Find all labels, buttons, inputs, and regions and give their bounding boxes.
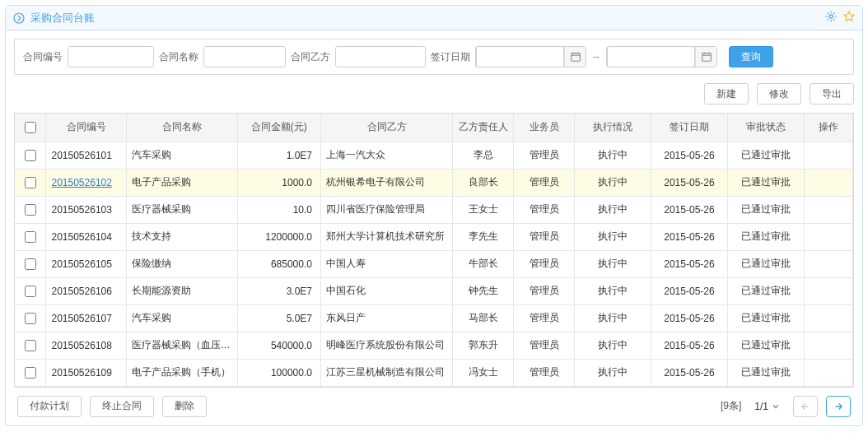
export-button[interactable]: 导出 xyxy=(810,83,854,105)
footer-bar: 付款计划 终止合同 删除 [9条] 1/1 xyxy=(14,388,854,420)
next-page-button[interactable] xyxy=(826,396,851,417)
cell-salesman: 管理员 xyxy=(514,250,575,277)
cell-approvestatus: 已通过审批 xyxy=(727,169,804,196)
cell-contractname: 电子产品采购 xyxy=(126,169,237,196)
row-checkbox[interactable] xyxy=(25,286,36,297)
cell-signdate: 2015-05-26 xyxy=(651,277,728,304)
table-row[interactable]: 20150526102电子产品采购1000.0杭州银希电子有限公司良部长管理员执… xyxy=(15,169,853,196)
row-checkbox[interactable] xyxy=(25,150,36,161)
cell-checkbox xyxy=(15,277,46,304)
table-row[interactable]: 20150526106长期能源资助3.0E7中国石化钟先生管理员执行中2015-… xyxy=(15,277,853,304)
cell-signdate: 2015-05-26 xyxy=(651,332,728,359)
new-button[interactable]: 新建 xyxy=(704,83,749,105)
cell-ops xyxy=(804,142,852,169)
cell-approvestatus: 已通过审批 xyxy=(727,304,804,332)
table-row[interactable]: 20150526103医疗器械采购10.0四川省医疗保险管理局王女士管理员执行中… xyxy=(15,196,853,223)
filter-date-from-input[interactable] xyxy=(476,46,564,67)
cell-checkbox xyxy=(15,223,46,250)
cell-amount: 540000.0 xyxy=(237,332,320,359)
cell-salesman: 管理员 xyxy=(514,332,575,359)
cell-salesman: 管理员 xyxy=(514,169,575,196)
cell-signdate: 2015-05-26 xyxy=(651,169,728,196)
table-row[interactable]: 20150526105保险缴纳685000.0中国人寿牛部长管理员执行中2015… xyxy=(15,250,853,277)
cell-signdate: 2015-05-26 xyxy=(651,304,728,332)
cell-partyb: 中国人寿 xyxy=(320,250,452,277)
row-checkbox[interactable] xyxy=(25,258,36,270)
cell-approvestatus: 已通过审批 xyxy=(727,196,804,223)
filter-date-to-input[interactable] xyxy=(607,46,695,67)
gear-icon[interactable] xyxy=(824,10,838,26)
table-row[interactable]: 20150526108医疗器械采购（血压计）540000.0明峰医疗系统股份有限… xyxy=(15,332,853,359)
cell-partybresp: 郭东升 xyxy=(453,332,514,359)
svg-rect-2 xyxy=(571,53,580,62)
table-row[interactable]: 20150526104技术支持1200000.0郑州大学计算机技术研究所李先生管… xyxy=(15,223,853,250)
cell-partyb: 明峰医疗系统股份有限公司 xyxy=(320,332,452,359)
table-row[interactable]: 20150526101汽车采购1.0E7上海一汽大众李总管理员执行中2015-0… xyxy=(15,142,853,169)
cell-approvestatus: 已通过审批 xyxy=(727,359,804,386)
page-title: 采购合同台账 xyxy=(30,11,95,26)
cell-amount: 1000.0 xyxy=(237,169,320,196)
panel-body: 合同编号 合同名称 合同乙方 签订日期 -- 查询 xyxy=(6,30,862,425)
cell-amount: 1200000.0 xyxy=(237,223,320,250)
contract-link[interactable]: 20150526102 xyxy=(51,177,111,188)
cell-execstatus: 执行中 xyxy=(575,223,651,250)
row-checkbox[interactable] xyxy=(25,313,36,324)
action-toolbar: 新建 修改 导出 xyxy=(14,83,854,105)
cell-partyb: 江苏三星机械制造有限公司 xyxy=(320,359,452,386)
cell-approvestatus: 已通过审批 xyxy=(727,250,804,277)
cell-salesman: 管理员 xyxy=(514,223,575,250)
edit-button[interactable]: 修改 xyxy=(757,83,801,105)
record-count: [9条] xyxy=(721,399,741,413)
cell-salesman: 管理员 xyxy=(514,277,575,304)
cell-partybresp: 钟先生 xyxy=(453,277,514,304)
filter-contractno-input[interactable] xyxy=(68,46,154,67)
delete-button[interactable]: 删除 xyxy=(162,396,207,417)
filter-date-to xyxy=(606,46,717,67)
payment-plan-button[interactable]: 付款计划 xyxy=(17,396,82,417)
cell-contractname: 电子产品采购（手机） xyxy=(126,359,237,386)
filter-partyb-input[interactable] xyxy=(335,46,426,67)
cell-signdate: 2015-05-26 xyxy=(651,196,728,223)
table-row[interactable]: 20150526109电子产品采购（手机）100000.0江苏三星机械制造有限公… xyxy=(15,359,853,386)
cell-contractno: 20150526109 xyxy=(46,359,126,386)
cell-contractno: 20150526108 xyxy=(46,332,126,359)
filter-contractname-label: 合同名称 xyxy=(159,50,198,64)
cell-ops xyxy=(804,169,852,196)
cell-salesman: 管理员 xyxy=(514,359,575,386)
cell-ops xyxy=(804,223,852,250)
col-checkbox xyxy=(15,114,46,142)
row-checkbox[interactable] xyxy=(25,367,36,379)
table-row[interactable]: 20150526107汽车采购5.0E7东风日产马部长管理员执行中2015-05… xyxy=(15,304,853,332)
terminate-button[interactable]: 终止合同 xyxy=(90,396,154,417)
cell-partybresp: 王女士 xyxy=(453,196,514,223)
col-contractno: 合同编号 xyxy=(46,114,126,142)
query-button[interactable]: 查询 xyxy=(729,46,773,67)
cell-checkbox xyxy=(15,332,46,359)
calendar-icon[interactable] xyxy=(695,47,716,67)
cell-execstatus: 执行中 xyxy=(575,332,651,359)
prev-page-button[interactable] xyxy=(793,396,818,417)
cell-partyb: 郑州大学计算机技术研究所 xyxy=(320,223,452,250)
col-execstatus: 执行情况 xyxy=(575,114,651,142)
row-checkbox[interactable] xyxy=(25,231,36,243)
cell-ops xyxy=(804,304,852,332)
page-selector[interactable]: 1/1 xyxy=(749,397,785,416)
filter-contractname-input[interactable] xyxy=(203,46,286,67)
star-icon[interactable] xyxy=(842,10,856,26)
chevron-down-icon xyxy=(772,402,780,411)
cell-signdate: 2015-05-26 xyxy=(651,223,728,250)
select-all-checkbox[interactable] xyxy=(25,122,36,133)
cell-partybresp: 李先生 xyxy=(453,223,514,250)
row-checkbox[interactable] xyxy=(25,204,36,216)
cell-approvestatus: 已通过审批 xyxy=(727,142,804,169)
cell-execstatus: 执行中 xyxy=(575,142,651,169)
col-amount: 合同金额(元) xyxy=(237,114,320,142)
cell-partybresp: 牛部长 xyxy=(453,250,514,277)
filter-bar: 合同编号 合同名称 合同乙方 签订日期 -- 查询 xyxy=(14,39,854,75)
cell-partybresp: 良部长 xyxy=(453,169,514,196)
row-checkbox[interactable] xyxy=(25,340,36,351)
table-header-row: 合同编号 合同名称 合同金额(元) 合同乙方 乙方责任人 业务员 执行情况 签订… xyxy=(15,114,853,142)
cell-contractname: 医疗器械采购（血压计） xyxy=(126,332,237,359)
calendar-icon[interactable] xyxy=(564,47,586,67)
row-checkbox[interactable] xyxy=(25,177,36,188)
